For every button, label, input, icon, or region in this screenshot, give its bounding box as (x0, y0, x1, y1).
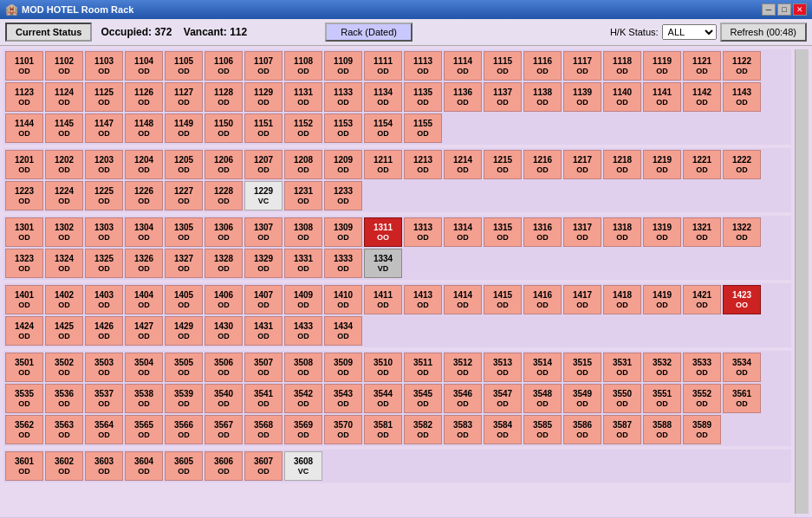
room-cell[interactable]: 3531OD (603, 353, 641, 382)
room-cell[interactable]: 1150OD (205, 113, 243, 143)
room-cell[interactable]: 3565OD (125, 415, 163, 444)
room-cell[interactable]: 1416OD (523, 285, 562, 314)
room-cell[interactable]: 1317OD (563, 217, 601, 247)
room-cell[interactable]: 3570OD (324, 415, 362, 444)
room-cell[interactable]: 1327OD (165, 249, 203, 278)
room-cell[interactable]: 1429OD (165, 316, 203, 346)
room-cell[interactable]: 1423OO (723, 285, 761, 314)
room-cell[interactable]: 1411OD (364, 285, 402, 314)
room-cell[interactable]: 1325OD (85, 249, 123, 278)
refresh-button[interactable]: Refresh (00:48) (720, 23, 807, 42)
room-cell[interactable]: 1401OD (5, 285, 43, 314)
room-cell[interactable]: 3508OD (284, 353, 322, 382)
room-cell[interactable]: 1207OD (244, 150, 283, 179)
room-cell[interactable]: 1151OD (244, 113, 283, 143)
room-cell[interactable]: 1233OD (324, 181, 362, 210)
room-cell[interactable]: 3501OD (5, 353, 43, 382)
room-cell[interactable]: 3551OD (643, 384, 681, 413)
room-cell[interactable]: 3510OD (364, 353, 402, 382)
room-cell[interactable]: 1216OD (523, 150, 562, 179)
room-cell[interactable]: 3581OD (364, 415, 402, 444)
room-cell[interactable]: 3585OD (523, 415, 562, 444)
room-cell[interactable]: 3607OD (244, 451, 283, 481)
room-cell[interactable]: 1315OD (484, 217, 522, 247)
room-cell[interactable]: 3604OD (125, 451, 163, 481)
room-cell[interactable]: 1209OD (324, 150, 362, 179)
room-cell[interactable]: 1123OD (5, 82, 43, 112)
room-cell[interactable]: 3537OD (85, 384, 123, 413)
room-cell[interactable]: 1126OD (125, 82, 163, 112)
room-cell[interactable]: 3542OD (284, 384, 322, 413)
room-cell[interactable]: 1103OD (85, 51, 123, 81)
room-cell[interactable]: 1203OD (85, 150, 123, 179)
room-cell[interactable]: 3533OD (683, 353, 721, 382)
room-cell[interactable]: 1107OD (244, 51, 283, 81)
room-cell[interactable]: 1201OD (5, 150, 43, 179)
room-cell[interactable]: 1231OD (284, 181, 322, 210)
room-cell[interactable]: 1217OD (563, 150, 601, 179)
room-cell[interactable]: 1328OD (205, 249, 243, 278)
room-cell[interactable]: 1427OD (125, 316, 163, 346)
current-status-button[interactable]: Current Status (5, 23, 92, 42)
room-cell[interactable]: 3569OD (284, 415, 322, 444)
room-cell[interactable]: 1418OD (603, 285, 641, 314)
room-cell[interactable]: 1229VC (244, 181, 283, 210)
room-cell[interactable]: 1316OD (523, 217, 562, 247)
room-cell[interactable]: 3562OD (5, 415, 43, 444)
room-cell[interactable]: 3532OD (643, 353, 681, 382)
room-cell[interactable]: 1137OD (484, 82, 522, 112)
room-cell[interactable]: 3544OD (364, 384, 402, 413)
room-cell[interactable]: 3503OD (85, 353, 123, 382)
room-cell[interactable]: 1333OD (324, 249, 362, 278)
room-cell[interactable]: 1136OD (444, 82, 482, 112)
room-cell[interactable]: 3536OD (45, 384, 83, 413)
room-cell[interactable]: 3602OD (45, 451, 83, 481)
room-cell[interactable]: 3512OD (444, 353, 482, 382)
room-cell[interactable]: 1426OD (85, 316, 123, 346)
room-cell[interactable]: 1214OD (444, 150, 482, 179)
room-cell[interactable]: 1138OD (523, 82, 562, 112)
room-cell[interactable]: 1202OD (45, 150, 83, 179)
room-cell[interactable]: 1305OD (165, 217, 203, 247)
room-cell[interactable]: 1406OD (205, 285, 243, 314)
room-cell[interactable]: 1409OD (284, 285, 322, 314)
room-cell[interactable]: 1124OD (45, 82, 83, 112)
room-cell[interactable]: 3550OD (603, 384, 641, 413)
room-cell[interactable]: 1419OD (643, 285, 681, 314)
room-cell[interactable]: 1149OD (165, 113, 203, 143)
close-button[interactable]: ✕ (793, 3, 807, 16)
room-cell[interactable]: 1402OD (45, 285, 83, 314)
room-cell[interactable]: 1147OD (85, 113, 123, 143)
room-cell[interactable]: 1430OD (205, 316, 243, 346)
room-cell[interactable]: 1125OD (85, 82, 123, 112)
room-cell[interactable]: 3582OD (404, 415, 442, 444)
room-cell[interactable]: 1204OD (125, 150, 163, 179)
room-cell[interactable]: 1404OD (125, 285, 163, 314)
room-cell[interactable]: 1318OD (603, 217, 641, 247)
room-cell[interactable]: 1133OD (324, 82, 362, 112)
room-cell[interactable]: 1223OD (5, 181, 43, 210)
room-cell[interactable]: 3552OD (683, 384, 721, 413)
room-cell[interactable]: 1324OD (45, 249, 83, 278)
room-cell[interactable]: 3583OD (444, 415, 482, 444)
room-cell[interactable]: 3502OD (45, 353, 83, 382)
room-cell[interactable]: 1311OO (364, 217, 402, 247)
room-cell[interactable]: 1111OD (364, 51, 402, 81)
room-cell[interactable]: 3505OD (165, 353, 203, 382)
room-cell[interactable]: 1301OD (5, 217, 43, 247)
room-cell[interactable]: 1314OD (444, 217, 482, 247)
room-cell[interactable]: 1154OD (364, 113, 402, 143)
room-cell[interactable]: 1121OD (683, 51, 721, 81)
room-cell[interactable]: 1414OD (444, 285, 482, 314)
room-cell[interactable]: 3548OD (523, 384, 562, 413)
room-cell[interactable]: 1104OD (125, 51, 163, 81)
room-cell[interactable]: 1224OD (45, 181, 83, 210)
room-cell[interactable]: 3547OD (484, 384, 522, 413)
room-cell[interactable]: 1322OD (723, 217, 761, 247)
room-cell[interactable]: 3509OD (324, 353, 362, 382)
room-cell[interactable]: 1109OD (324, 51, 362, 81)
room-cell[interactable]: 3507OD (244, 353, 283, 382)
room-cell[interactable]: 3568OD (244, 415, 283, 444)
room-cell[interactable]: 1153OD (324, 113, 362, 143)
room-cell[interactable]: 3535OD (5, 384, 43, 413)
